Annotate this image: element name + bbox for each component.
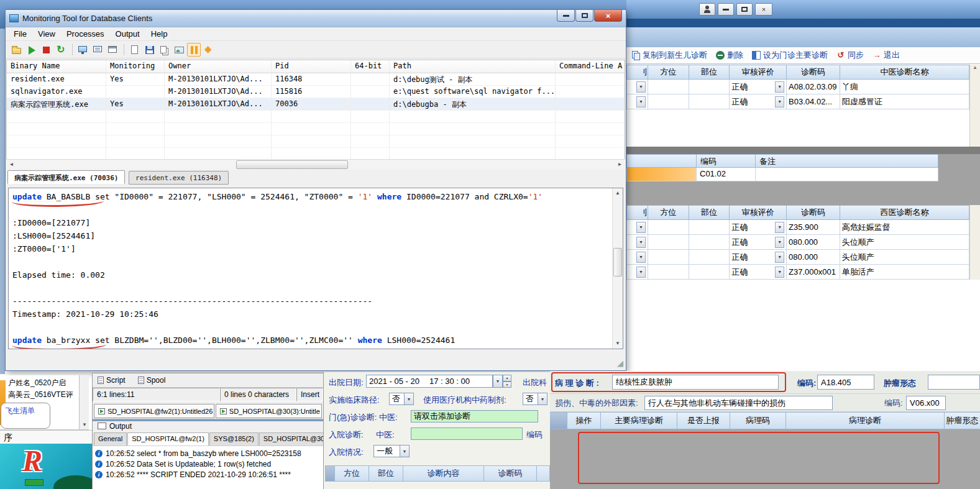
direction-cell[interactable]	[648, 80, 689, 94]
direction-cell[interactable]	[648, 265, 689, 279]
diagnosis-row[interactable]: ▼正确▼080.000头位顺产	[626, 235, 969, 250]
row-dropdown-button[interactable]: ▼	[636, 222, 646, 233]
column-header[interactable]: Path	[390, 60, 556, 73]
breakpoint-icon[interactable]: ◆	[202, 43, 216, 57]
review-cell[interactable]: 正确▼	[730, 220, 787, 234]
review-dropdown-button[interactable]: ▼	[775, 81, 784, 93]
copy-to-newborn-button[interactable]: 复制到新生儿诊断	[631, 50, 707, 61]
tab-basb-process[interactable]: 病案示踪管理系统.exe (70036)	[7, 170, 125, 184]
vertical-scrollbar[interactable]	[969, 205, 980, 280]
scroll-up-arrow[interactable]: ▲	[613, 188, 623, 198]
close-button[interactable]: ×	[755, 3, 772, 16]
output-tab[interactable]: SD_HOSPITAL@fw2(1)	[127, 432, 209, 446]
column-header[interactable]: Binary Name	[7, 60, 106, 73]
vertical-scrollbar[interactable]: ▲ ▼	[612, 188, 623, 349]
direction-cell[interactable]	[648, 250, 689, 264]
injury-code-input[interactable]: V06.x00	[906, 396, 946, 410]
maximize-button[interactable]	[736, 3, 753, 16]
body-part-cell[interactable]	[689, 265, 730, 279]
review-dropdown-button[interactable]: ▼	[775, 267, 784, 278]
scroll-down-arrow[interactable]: ▼	[613, 339, 623, 349]
row-dropdown-button[interactable]: ▼	[636, 252, 646, 263]
direction-cell[interactable]	[648, 235, 689, 249]
start-text[interactable]: 序	[4, 432, 12, 444]
process-row[interactable]: sqlnavigator.exeM-20130101LXTJO\Ad...115…	[7, 86, 625, 98]
horizontal-scrollbar[interactable]: ◄ ►	[6, 159, 625, 170]
tumor-morphology-input[interactable]	[928, 375, 980, 390]
review-dropdown-button[interactable]: ▼	[775, 96, 784, 107]
body-part-cell[interactable]	[689, 250, 730, 264]
output-log[interactable]: i10:26:52 select * from ba_baszyb where …	[93, 446, 323, 489]
exit-button[interactable]: → 退出	[872, 50, 900, 61]
r-logo[interactable]: R	[22, 444, 42, 478]
output-tab[interactable]: SYS@185(2)	[209, 432, 259, 446]
process-row[interactable]: 病案示踪管理系统.exeYesM-20130101LXTJO\Ad...7003…	[7, 98, 625, 111]
popup-link[interactable]: 飞生清单	[5, 406, 35, 416]
diagnosis-row[interactable]: ▼正确▼Z37.000x001单胎活产	[626, 265, 969, 280]
scrollbar-thumb[interactable]	[613, 248, 622, 276]
title-bar[interactable]: Monitoring Tool for Database Clients ×	[6, 10, 626, 27]
output-tab[interactable]: General	[94, 432, 127, 446]
review-cell[interactable]: 正确▼	[730, 250, 787, 264]
window-layout-icon[interactable]	[106, 43, 119, 57]
direction-cell[interactable]	[648, 220, 689, 234]
save-icon[interactable]	[142, 43, 156, 57]
menu-file[interactable]: File	[8, 28, 32, 40]
body-part-cell[interactable]	[689, 80, 730, 94]
tab-script[interactable]: Script	[98, 376, 126, 385]
resize-grip[interactable]: ◢	[617, 359, 623, 368]
scroll-right-arrow[interactable]: ►	[615, 160, 625, 170]
delete-button[interactable]: 删除	[716, 50, 743, 61]
vertical-scrollbar[interactable]: ▲	[969, 65, 980, 147]
scrollbar-thumb[interactable]	[236, 160, 348, 169]
list-item[interactable]: 户姓名_0520户启	[8, 378, 76, 388]
review-cell[interactable]: 正确▼	[730, 80, 787, 94]
minimize-button[interactable]	[718, 3, 734, 16]
column-header[interactable]: Command-Line A	[556, 60, 625, 73]
dropdown-arrow-icon[interactable]: ▼	[538, 393, 547, 404]
discharge-datetime-input[interactable]: 2021 - 05 - 20 17 : 30 : 00	[366, 375, 493, 388]
monitor-view-icon[interactable]	[76, 43, 89, 57]
diagnosis-row[interactable]: ▼正确▼080.000头位顺产	[626, 250, 969, 265]
output-tab[interactable]: SD_HOSPITAL@30(3)	[259, 432, 323, 446]
list-item[interactable]: 高美云_0516VTE评	[8, 390, 76, 400]
refresh-icon[interactable]: ↻	[54, 43, 68, 57]
dropdown-arrow-icon[interactable]: ▼	[400, 446, 409, 457]
column-header[interactable]: Owner	[165, 60, 272, 73]
tab-spool[interactable]: Spool	[138, 376, 166, 385]
stop-icon[interactable]	[39, 43, 53, 57]
new-document-icon[interactable]	[127, 43, 141, 57]
direction-cell[interactable]	[648, 94, 689, 109]
sql-log-area[interactable]: update BA_BASBLB set "ID0000" = 221077, …	[8, 188, 623, 349]
column-header[interactable]: 64-bit	[351, 60, 390, 73]
scroll-left-arrow[interactable]: ◄	[6, 160, 17, 170]
menu-output[interactable]: Output	[110, 28, 145, 40]
review-cell[interactable]: 正确▼	[730, 265, 787, 279]
row-dropdown-button[interactable]: ▼	[636, 96, 646, 107]
clinical-path-select[interactable]: 否 ▼	[389, 393, 414, 405]
copy-icon[interactable]	[157, 43, 171, 57]
review-cell[interactable]: 正确▼	[730, 94, 787, 109]
code-note-row[interactable]: C01.02	[626, 168, 938, 181]
open-icon[interactable]	[9, 43, 23, 57]
discharge-date-dropdown[interactable]: ▼	[493, 375, 503, 388]
diagnosis-row[interactable]: ▼正确▼B03.04.02...阳虚感冒证	[626, 94, 969, 109]
diagnosis-row[interactable]: ▼正确▼A08.02.03.09丫痈	[626, 80, 969, 94]
outpatient-diagnosis-input[interactable]: 请双击添加诊断	[411, 410, 538, 423]
row-dropdown-button[interactable]: ▼	[636, 267, 646, 278]
review-dropdown-button[interactable]: ▼	[775, 252, 784, 263]
discharge-time-spinner[interactable]: ▲▼	[503, 375, 511, 388]
menu-help[interactable]: Help	[145, 28, 173, 40]
body-part-cell[interactable]	[689, 94, 730, 109]
session-tab[interactable]: SD_HOSPITAL@30(3):Untitle	[216, 404, 322, 418]
close-button[interactable]: ×	[594, 10, 622, 22]
scroll-down-arrow[interactable]: ▼	[80, 420, 89, 430]
user-button[interactable]	[699, 3, 715, 16]
tab-resident-process[interactable]: resident.exe (116348)	[129, 171, 229, 185]
herbal-select[interactable]: 否 ▼	[523, 393, 547, 405]
row-selector-header[interactable]	[550, 413, 567, 429]
pause-icon[interactable]	[187, 43, 201, 57]
dropdown-arrow-icon[interactable]: ▼	[404, 393, 413, 404]
body-part-cell[interactable]	[689, 235, 730, 249]
column-header[interactable]: Pid	[272, 60, 351, 73]
